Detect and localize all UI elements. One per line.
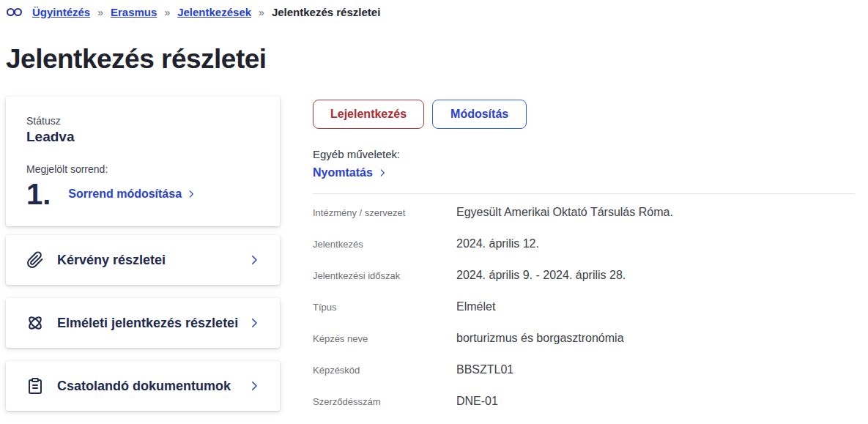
breadcrumb-separator: »	[164, 7, 170, 18]
detail-row-kepzeskod: Képzéskód BBSZTL01	[313, 354, 855, 385]
neptun-logo-icon[interactable]	[7, 8, 22, 16]
detail-value: 2024. április 9. - 2024. április 28.	[456, 268, 626, 282]
order-modify-link-label: Sorrend módosítása	[68, 187, 182, 201]
chevron-right-icon	[248, 253, 261, 267]
chevron-right-icon	[377, 168, 387, 178]
clipboard-icon	[26, 377, 44, 395]
atom-icon	[26, 314, 44, 332]
breadcrumb-separator: »	[259, 7, 264, 18]
nav-card-kerveny-reszletei[interactable]: Kérvény részletei	[6, 235, 280, 285]
status-label: Státusz	[26, 115, 259, 127]
page-title: Jelentkezés részletei	[6, 43, 868, 75]
nav-card-label: Csatolandó dokumentumok	[57, 379, 231, 394]
divider	[313, 193, 855, 194]
detail-label: Jelentkezési időszak	[313, 270, 456, 281]
paperclip-icon	[26, 251, 44, 269]
action-buttons: Lejelentkezés Módosítás	[313, 100, 855, 129]
content: Státusz Leadva Megjelölt sorrend: 1. Sor…	[0, 97, 868, 424]
breadcrumb-link-ugyintezes[interactable]: Ügyintézés	[32, 6, 90, 18]
detail-value: Egyesült Amerikai Oktató Társulás Róma.	[456, 205, 673, 219]
detail-row-tipus: Típus Elmélet	[313, 291, 855, 322]
breadcrumb-separator: »	[97, 7, 103, 18]
detail-value: borturizmus és borgasztronómia	[456, 331, 624, 345]
detail-value: Elmélet	[456, 300, 495, 313]
detail-row-szerzodesszam: Szerződésszám DNE-01	[313, 385, 855, 417]
detail-value: BBSZTL01	[456, 362, 513, 376]
detail-value: DNE-01	[456, 394, 498, 408]
detail-label: Képzéskód	[313, 365, 456, 376]
nav-card-label: Elméleti jelentkezés részletei	[57, 316, 238, 331]
sidebar: Státusz Leadva Megjelölt sorrend: 1. Sor…	[6, 97, 280, 424]
detail-label: Képzés neve	[313, 333, 456, 344]
detail-label: Típus	[313, 302, 456, 313]
main-panel: Lejelentkezés Módosítás Egyéb műveletek:…	[313, 97, 868, 424]
status-card: Státusz Leadva Megjelölt sorrend: 1. Sor…	[6, 97, 280, 226]
order-row: 1. Sorrend módosítása	[26, 178, 259, 210]
detail-label: Szerződésszám	[313, 396, 456, 407]
page: Ügyintézés » Erasmus » Jelentkezések » J…	[0, 0, 868, 424]
status-value: Leadva	[26, 129, 259, 145]
detail-row-jelentkezes: Jelentkezés 2024. április 12.	[313, 228, 855, 259]
details-list: Intézmény / szervezet Egyesült Amerikai …	[313, 196, 855, 417]
detail-row-jelentkezesi-idoszak: Jelentkezési időszak 2024. április 9. - …	[313, 259, 855, 291]
order-label: Megjelölt sorrend:	[26, 163, 259, 175]
detail-value: 2024. április 12.	[456, 237, 539, 250]
chevron-right-icon	[248, 316, 261, 330]
breadcrumb-link-erasmus[interactable]: Erasmus	[111, 6, 157, 18]
chevron-right-icon	[186, 189, 196, 199]
chevron-right-icon	[248, 379, 261, 393]
detail-label: Jelentkezés	[313, 239, 456, 250]
detail-label: Intézmény / szervezet	[313, 207, 456, 218]
nav-card-elmeleti-jelentkezes[interactable]: Elméleti jelentkezés részletei	[6, 298, 280, 348]
modositas-button[interactable]: Módosítás	[432, 100, 527, 129]
detail-row-kepzes-neve: Képzés neve borturizmus és borgasztronóm…	[313, 322, 855, 354]
print-link[interactable]: Nyomtatás	[313, 166, 387, 179]
order-modify-link[interactable]: Sorrend módosítása	[68, 187, 196, 201]
print-link-label: Nyomtatás	[313, 166, 373, 179]
nav-card-label: Kérvény részletei	[57, 253, 166, 268]
lejelentkezes-button[interactable]: Lejelentkezés	[313, 100, 424, 129]
nav-card-csatolando-dokumentumok[interactable]: Csatolandó dokumentumok	[6, 361, 280, 411]
breadcrumb-link-jelentkezesek[interactable]: Jelentkezések	[177, 6, 251, 18]
detail-row-intezmeny: Intézmény / szervezet Egyesült Amerikai …	[313, 196, 855, 228]
order-number: 1.	[26, 178, 51, 210]
other-actions-label: Egyéb műveletek:	[313, 148, 855, 160]
breadcrumb: Ügyintézés » Erasmus » Jelentkezések » J…	[0, 0, 868, 18]
breadcrumb-current: Jelentkezés részletei	[272, 6, 380, 18]
